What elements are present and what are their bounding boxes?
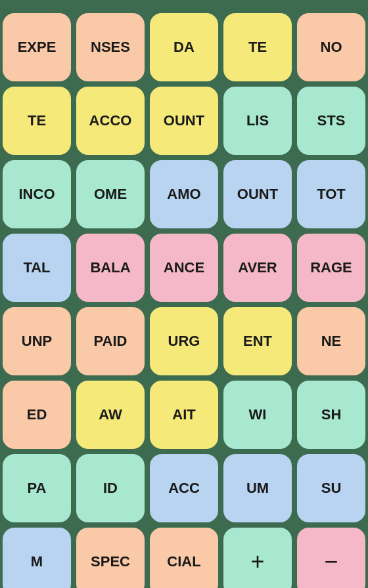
tile-nses[interactable]: NSES: [76, 13, 145, 81]
tile-cial[interactable]: CIAL: [150, 528, 218, 588]
tile-label-acc: ACC: [168, 480, 200, 496]
tile-acc[interactable]: ACC: [150, 454, 218, 522]
tile-label-amo: AMO: [167, 186, 200, 202]
tile-label-da: DA: [173, 39, 195, 55]
tile-bala[interactable]: BALA: [76, 234, 145, 302]
tile-label-expe: EXPE: [18, 39, 57, 55]
tile-ait[interactable]: AIT: [150, 381, 218, 449]
tile-unp[interactable]: UNP: [3, 307, 71, 375]
tile-label-spec: SPEC: [91, 554, 130, 570]
tile-label-paid: PAID: [94, 333, 127, 349]
tile-label-m: M: [31, 554, 43, 570]
tile-tal[interactable]: TAL: [3, 234, 71, 302]
tile-lis[interactable]: LIS: [223, 87, 292, 155]
tile-ance[interactable]: ANCE: [150, 234, 218, 302]
tile-label-ount2: OUNT: [237, 186, 278, 202]
tile-ount2[interactable]: OUNT: [223, 160, 292, 228]
tile-label-ount1: OUNT: [164, 113, 204, 129]
tile-ount1[interactable]: OUNT: [150, 87, 218, 155]
tile-tot[interactable]: TOT: [297, 160, 365, 228]
tile-ed[interactable]: ED: [3, 381, 71, 449]
tile-label-tal: TAL: [23, 260, 50, 276]
tile-plus[interactable]: +: [223, 528, 292, 588]
tile-label-te1: TE: [248, 39, 267, 55]
tile-label-nses: NSES: [91, 39, 130, 55]
tile-label-unp: UNP: [22, 333, 52, 349]
tile-label-ance: ANCE: [164, 260, 204, 276]
tile-label-te2: TE: [28, 113, 46, 129]
tile-label-um: UM: [246, 480, 269, 496]
tile-label-cial: CIAL: [167, 554, 200, 570]
tile-label-no: NO: [321, 39, 342, 55]
tile-label-su: SU: [321, 480, 342, 496]
tile-id2[interactable]: ID: [76, 454, 145, 522]
tile-amo[interactable]: AMO: [150, 160, 218, 228]
tile-label-id2: ID: [103, 480, 118, 496]
tile-label-aw: AW: [99, 407, 122, 423]
tile-label-rage: RAGE: [310, 260, 352, 276]
tile-minus[interactable]: −: [297, 528, 365, 588]
tile-label-sts: STS: [317, 113, 346, 129]
tile-acco[interactable]: ACCO: [76, 87, 145, 155]
tile-grid: EXPENSESDATENOTEACCOOUNTLISSTSINCOOMEAMO…: [0, 7, 368, 588]
tile-te1[interactable]: TE: [223, 13, 292, 81]
tile-label-pa: PA: [28, 480, 47, 496]
tile-sts[interactable]: STS: [297, 87, 365, 155]
tile-ent[interactable]: ENT: [223, 307, 292, 375]
tile-label-lis: LIS: [246, 113, 269, 129]
tile-label-ne: NE: [321, 333, 342, 349]
tile-label-tot: TOT: [317, 186, 346, 202]
tile-m[interactable]: M: [3, 528, 71, 588]
tile-pa[interactable]: PA: [3, 454, 71, 522]
tile-rage[interactable]: RAGE: [297, 234, 365, 302]
tile-ne[interactable]: NE: [297, 307, 365, 375]
tile-label-ait: AIT: [172, 407, 195, 423]
tile-label-minus: −: [324, 549, 338, 575]
tile-da[interactable]: DA: [150, 13, 218, 81]
tile-su[interactable]: SU: [297, 454, 365, 522]
tile-paid[interactable]: PAID: [76, 307, 145, 375]
tile-label-acco: ACCO: [89, 113, 132, 129]
tile-aver[interactable]: AVER: [223, 234, 292, 302]
tile-sh[interactable]: SH: [297, 381, 365, 449]
tile-label-wi: WI: [249, 407, 267, 423]
tile-um[interactable]: UM: [223, 454, 292, 522]
tile-urg[interactable]: URG: [150, 307, 218, 375]
tile-label-inco: INCO: [19, 186, 55, 202]
tile-wi[interactable]: WI: [223, 381, 292, 449]
tile-label-sh: SH: [321, 407, 342, 423]
tile-spec[interactable]: SPEC: [76, 528, 145, 588]
tile-label-ome: OME: [94, 186, 127, 202]
tile-label-bala: BALA: [90, 260, 130, 276]
tile-label-aver: AVER: [238, 260, 277, 276]
tile-expe[interactable]: EXPE: [3, 13, 71, 81]
tile-te2[interactable]: TE: [3, 87, 71, 155]
tile-aw[interactable]: AW: [76, 381, 145, 449]
tile-no[interactable]: NO: [297, 13, 365, 81]
tile-label-urg: URG: [168, 333, 200, 349]
tile-label-ed: ED: [27, 407, 47, 423]
tile-inco[interactable]: INCO: [3, 160, 71, 228]
tile-label-plus: +: [250, 549, 264, 575]
tile-ome[interactable]: OME: [76, 160, 145, 228]
tile-label-ent: ENT: [243, 333, 272, 349]
